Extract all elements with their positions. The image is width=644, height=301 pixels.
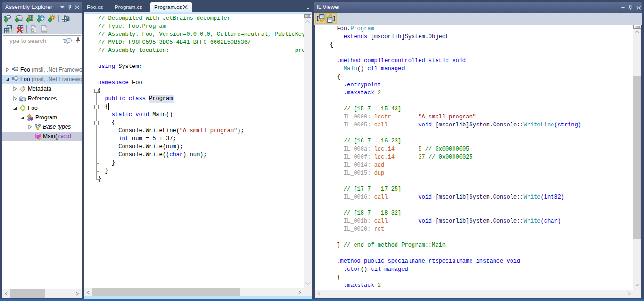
svg-text:PDB: PDB	[42, 29, 47, 32]
